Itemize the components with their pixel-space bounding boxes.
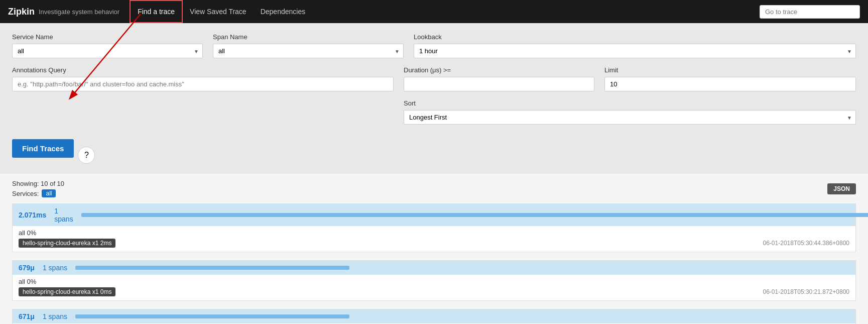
trace-timestamp: 06-01-2018T05:30:44.386+0800 [763,240,849,247]
results-showing: Showing: 10 of 10 [12,180,64,187]
sort-select[interactable]: Longest First [404,110,856,125]
sort-label: Sort [404,99,856,107]
navbar: Zipkin Investigate system behavior Find … [0,0,868,23]
limit-label: Limit [604,66,856,74]
services-row: Services: all [12,189,64,197]
trace-bar [81,213,868,217]
trace-service-row: all 0% [19,229,849,237]
sort-select-wrapper: Longest First [404,110,856,125]
nav-dependencies[interactable]: Dependencies [254,0,313,23]
limit-group: Limit [604,66,856,91]
duration-group: Duration (μs) >= [404,66,594,91]
span-name-group: Span Name all [213,33,404,58]
trace-timestamp: 06-01-2018T05:30:21.872+0800 [763,288,849,295]
trace-card[interactable]: 671μ 1 spans all 0% hello-spring-cloud-e… [12,309,856,324]
trace-service-row: all 0% [19,278,849,285]
span-name-select-wrapper: all [213,44,404,58]
trace-spans: 1 spans [43,312,67,320]
duration-label: Duration (μs) >= [404,66,594,74]
lookback-select-wrapper: 1 hour [414,44,856,58]
help-button[interactable]: ? [78,147,95,164]
trace-service-percent: all 0% [19,278,36,285]
span-name-select[interactable]: all [213,44,404,58]
span-name-label: Span Name [213,33,404,41]
results-area: Showing: 10 of 10 Services: all JSON 2.0… [0,174,868,324]
lookback-group: Lookback 1 hour [414,33,856,58]
trace-card[interactable]: 679μ 1 spans all 0% hello-spring-cloud-e… [12,260,856,301]
trace-header[interactable]: 2.071ms 1 spans [13,204,855,226]
trace-body: all 0% hello-spring-cloud-eureka x1 0ms … [13,275,855,300]
trace-card[interactable]: 2.071ms 1 spans all 0% hello-spring-clou… [12,203,856,252]
trace-bar [75,314,349,318]
service-name-select-wrapper: all [12,44,203,58]
trace-spans: 1 spans [54,207,73,223]
trace-spans: 1 spans [43,264,67,272]
trace-header[interactable]: 679μ 1 spans [13,261,855,275]
service-name-label: Service Name [12,33,203,41]
go-to-trace-input[interactable] [760,5,860,19]
lookback-label: Lookback [414,33,856,41]
trace-duration: 2.071ms [19,211,46,219]
trace-bar [75,266,349,270]
services-badge: all [42,189,56,197]
trace-duration: 679μ [19,264,35,272]
brand-logo: Zipkin [8,7,35,17]
nav-view-saved-trace[interactable]: View Saved Trace [183,0,254,23]
annotations-label: Annotations Query [12,66,394,74]
search-form: Service Name all Span Name all Lookback … [0,23,868,174]
trace-duration: 671μ [19,312,35,320]
nav-find-trace[interactable]: Find a trace [130,0,183,23]
service-tag: hello-spring-cloud-eureka x1 2ms [19,239,115,248]
trace-header[interactable]: 671μ 1 spans [13,309,855,323]
results-info: Showing: 10 of 10 Services: all [12,180,64,197]
annotations-input[interactable] [12,77,394,91]
navbar-tagline: Investigate system behavior [39,8,119,16]
json-button[interactable]: JSON [827,183,856,194]
duration-input[interactable] [404,77,594,91]
service-name-group: Service Name all [12,33,203,58]
buttons-row: Find Traces ? [12,133,856,164]
results-summary: Showing: 10 of 10 Services: all JSON [12,180,856,197]
annotations-group: Annotations Query [12,66,394,91]
limit-input[interactable] [604,77,856,91]
service-tag: hello-spring-cloud-eureka x1 0ms [19,287,115,296]
lookback-select[interactable]: 1 hour [414,44,856,58]
trace-list: 2.071ms 1 spans all 0% hello-spring-clou… [12,203,856,324]
service-name-select[interactable]: all [12,44,203,58]
trace-body: all 0% hello-spring-cloud-eureka x1 2ms … [13,226,855,252]
services-label: Services: [12,190,39,197]
sort-group: Sort Longest First [404,99,856,125]
trace-service-percent: all 0% [19,229,36,237]
find-traces-button[interactable]: Find Traces [12,139,74,158]
